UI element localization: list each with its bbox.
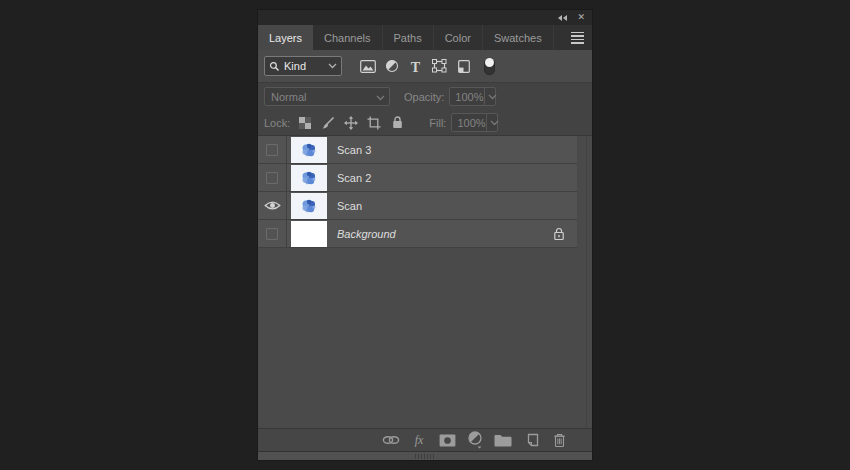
lock-artboard-icon[interactable] bbox=[364, 116, 384, 130]
visibility-empty-box bbox=[266, 228, 278, 240]
layer-name[interactable]: Scan bbox=[337, 200, 577, 212]
layer-name[interactable]: Background bbox=[337, 228, 553, 240]
left-arrow-icon bbox=[563, 15, 567, 21]
layer-thumbnail[interactable] bbox=[291, 221, 327, 247]
layers-list: Scan 3 bbox=[258, 136, 592, 428]
tab-swatches[interactable]: Swatches bbox=[483, 25, 554, 50]
layer-name[interactable]: Scan 2 bbox=[337, 172, 577, 184]
pixel-layer-filter-icon[interactable] bbox=[356, 60, 379, 73]
layer-row-scan-2[interactable]: Scan 2 bbox=[258, 164, 577, 192]
panel-tab-bar: Layers Channels Paths Color Swatches bbox=[258, 25, 592, 50]
new-layer-icon[interactable] bbox=[522, 431, 540, 449]
svg-text:T: T bbox=[411, 60, 421, 73]
panel-title-bar: ✕ bbox=[258, 10, 592, 25]
visibility-empty-box bbox=[266, 172, 278, 184]
tab-layers[interactable]: Layers bbox=[258, 25, 313, 50]
lock-icons bbox=[295, 116, 407, 130]
fill-label: Fill: bbox=[429, 117, 446, 129]
lock-all-icon[interactable] bbox=[387, 116, 407, 129]
layers-action-bar: fx bbox=[258, 428, 592, 451]
chevron-down-icon bbox=[328, 63, 337, 69]
left-arrow-icon bbox=[558, 15, 562, 21]
tab-paths[interactable]: Paths bbox=[383, 25, 434, 50]
visibility-toggle[interactable] bbox=[258, 164, 287, 191]
blend-mode-value: Normal bbox=[271, 91, 372, 103]
delete-layer-trash-icon[interactable] bbox=[550, 431, 568, 449]
layer-row-scan[interactable]: Scan bbox=[258, 192, 577, 220]
filter-kind-value: Kind bbox=[284, 60, 324, 72]
opacity-dropdown[interactable]: 100% bbox=[449, 87, 496, 106]
new-group-folder-icon[interactable] bbox=[494, 431, 512, 449]
opacity-label: Opacity: bbox=[404, 91, 444, 103]
visibility-empty-box bbox=[266, 144, 278, 156]
resize-grip-icon bbox=[415, 454, 435, 459]
layer-row-scan-3[interactable]: Scan 3 bbox=[258, 136, 577, 164]
white-thumbnail-image bbox=[291, 221, 327, 247]
photoshop-workspace: ✕ Layers Channels Paths Color Swatches K… bbox=[0, 0, 850, 470]
layer-lock-icon bbox=[553, 227, 565, 241]
visibility-toggle[interactable] bbox=[258, 220, 287, 247]
shape-layer-filter-icon[interactable] bbox=[428, 59, 451, 73]
tabbar-spacer bbox=[554, 25, 562, 50]
lock-bar: Lock: bbox=[258, 110, 592, 136]
chevron-down-icon bbox=[488, 94, 497, 100]
tab-color[interactable]: Color bbox=[434, 25, 483, 50]
close-panel-button[interactable]: ✕ bbox=[577, 13, 585, 22]
blend-mode-bar: Normal Opacity: 100% bbox=[258, 83, 592, 110]
filter-kind-dropdown[interactable]: Kind bbox=[264, 56, 342, 76]
fill-value: 100% bbox=[452, 117, 485, 129]
visibility-toggle[interactable] bbox=[258, 136, 287, 163]
scribble-thumbnail-image bbox=[291, 165, 327, 191]
add-layer-mask-icon[interactable] bbox=[438, 431, 456, 449]
scribble-thumbnail-image bbox=[291, 193, 327, 219]
layer-thumbnail[interactable] bbox=[291, 137, 327, 163]
scribble-thumbnail-image bbox=[291, 137, 327, 163]
lock-pixels-brush-icon[interactable] bbox=[318, 116, 338, 130]
layer-style-icon[interactable]: fx bbox=[410, 431, 428, 449]
toggle-knob bbox=[485, 58, 494, 67]
visibility-toggle[interactable] bbox=[258, 192, 287, 219]
link-layers-icon[interactable] bbox=[382, 431, 400, 449]
chevron-down-icon bbox=[490, 120, 499, 126]
smart-object-filter-icon[interactable] bbox=[452, 59, 475, 74]
lock-transparency-icon[interactable] bbox=[295, 117, 315, 129]
layer-filter-bar: Kind bbox=[258, 50, 592, 83]
tab-channels[interactable]: Channels bbox=[313, 25, 382, 50]
layer-thumbnail[interactable] bbox=[291, 165, 327, 191]
filter-type-icons: T bbox=[356, 59, 476, 74]
panel-resize-strip[interactable] bbox=[258, 451, 592, 460]
lock-position-icon[interactable] bbox=[341, 116, 361, 130]
panel-menu-icon[interactable] bbox=[562, 25, 592, 50]
layer-name[interactable]: Scan 3 bbox=[337, 144, 577, 156]
scroll-gutter bbox=[586, 136, 587, 428]
new-adjustment-layer-icon[interactable] bbox=[466, 431, 484, 449]
eye-icon bbox=[264, 200, 281, 211]
layer-filtering-toggle[interactable] bbox=[484, 58, 495, 75]
opacity-value: 100% bbox=[450, 91, 483, 103]
adjustment-layer-filter-icon[interactable] bbox=[380, 59, 403, 73]
type-layer-filter-icon[interactable]: T bbox=[404, 60, 427, 73]
search-icon bbox=[269, 61, 280, 72]
chevron-down-icon bbox=[376, 95, 385, 101]
layer-thumbnail[interactable] bbox=[291, 193, 327, 219]
layers-panel: ✕ Layers Channels Paths Color Swatches K… bbox=[258, 10, 592, 460]
blend-mode-dropdown[interactable]: Normal bbox=[264, 87, 390, 106]
collapse-to-icons-button[interactable] bbox=[558, 15, 567, 21]
lock-label: Lock: bbox=[264, 117, 290, 129]
layer-row-background[interactable]: Background bbox=[258, 220, 577, 248]
fill-dropdown[interactable]: 100% bbox=[451, 113, 498, 132]
